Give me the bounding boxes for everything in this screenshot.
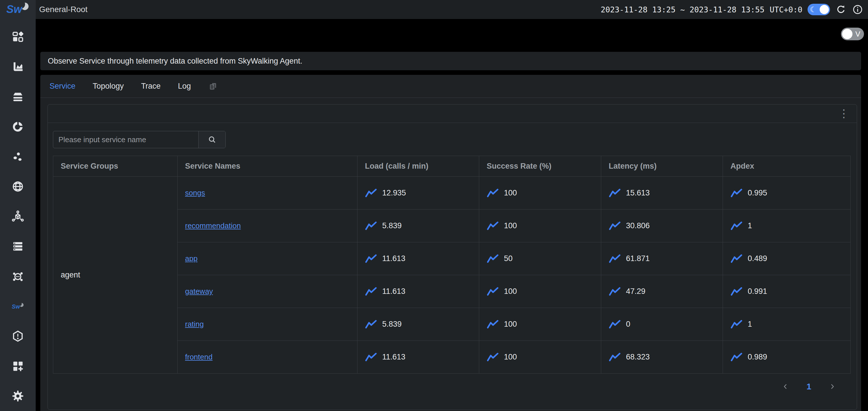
metric-value: 11.613 — [382, 353, 405, 361]
server-list-icon — [11, 240, 24, 253]
timezone-label: UTC+0:0 — [770, 5, 802, 14]
column-header: Apdex — [723, 156, 851, 177]
donut-chart-icon — [11, 120, 24, 133]
metric-value: 15.613 — [626, 189, 650, 197]
sparkline-icon — [365, 287, 377, 296]
sidebar-nav: Sw — [0, 17, 36, 411]
tab-topology[interactable]: Topology — [93, 82, 124, 91]
sidebar-item-topology[interactable] — [0, 261, 36, 291]
service-name-cell: recommendation — [178, 210, 358, 242]
sparkline-icon — [487, 353, 499, 362]
skywalking-icon: Sw — [11, 300, 24, 313]
layers-icon — [11, 90, 24, 103]
svg-text:Sw: Sw — [6, 3, 23, 15]
table-body: agentsongs12.93510015.6130.995recommenda… — [53, 177, 851, 374]
pagination: 1 — [53, 374, 850, 391]
info-icon — [852, 4, 863, 15]
sidebar-item-browser[interactable] — [0, 171, 36, 201]
service-link[interactable]: frontend — [185, 353, 212, 361]
sparkline-icon — [487, 254, 499, 263]
column-header: Load (calls / min) — [358, 156, 479, 177]
tab-service[interactable]: Service — [50, 82, 75, 91]
search-icon — [208, 135, 216, 144]
sparkline-icon — [609, 353, 621, 362]
tab-trace[interactable]: Trace — [141, 82, 161, 91]
prev-page-button[interactable] — [781, 382, 790, 391]
metric-value: 68.323 — [626, 353, 650, 361]
sidebar-item-virtual-database[interactable] — [0, 231, 36, 261]
metric-value: 61.871 — [626, 254, 650, 263]
sidebar-item-layers[interactable] — [0, 82, 36, 112]
toggle-knob — [842, 29, 852, 39]
copy-docs-button[interactable] — [208, 82, 218, 91]
service-link[interactable]: rating — [185, 320, 204, 328]
metric-value: 0.995 — [748, 189, 767, 197]
sidebar-item-donut[interactable] — [0, 112, 36, 141]
skywalking-logo[interactable]: Sw — [0, 0, 36, 17]
service-name-cell: app — [178, 242, 358, 275]
sidebar-item-sampling[interactable] — [0, 141, 36, 171]
refresh-button[interactable] — [835, 4, 847, 15]
tab-log[interactable]: Log — [178, 82, 191, 91]
column-header: Service Names — [178, 156, 358, 177]
service-link[interactable]: recommendation — [185, 221, 241, 230]
page-title: General-Root — [39, 5, 88, 14]
tab-bar: Service Topology Trace Log — [40, 75, 861, 98]
sidebar-item-new-dashboard[interactable] — [0, 351, 36, 381]
header-controls: 2023-11-28 13:25 ~ 2023-11-28 13:55 UTC+… — [601, 4, 863, 15]
service-name-cell: frontend — [178, 341, 358, 374]
success-cell: 100 — [479, 275, 601, 308]
sidebar-item-skywalking[interactable]: Sw — [0, 291, 36, 321]
toggle-knob — [820, 5, 829, 14]
success-cell: 100 — [479, 341, 601, 374]
time-range[interactable]: 2023-11-28 13:25 ~ 2023-11-28 13:55 — [601, 5, 765, 14]
apdex-cell: 0.991 — [723, 275, 851, 308]
service-search-input[interactable] — [53, 131, 198, 148]
apdex-cell: 0.995 — [723, 177, 851, 210]
sidebar-item-dashboard[interactable] — [0, 22, 36, 52]
search-button[interactable] — [198, 131, 225, 148]
next-page-button[interactable] — [828, 382, 837, 391]
latency-cell: 68.323 — [601, 341, 723, 374]
apdex-cell: 0.989 — [723, 341, 851, 374]
metric-value: 1 — [748, 221, 752, 230]
current-page[interactable]: 1 — [806, 382, 811, 391]
view-mode-toggle[interactable]: V — [841, 28, 864, 40]
load-cell: 11.613 — [358, 341, 479, 374]
alert-hexagon-icon — [11, 330, 24, 343]
service-link[interactable]: gateway — [185, 287, 213, 295]
sparkline-icon — [609, 254, 621, 263]
column-header: Service Groups — [53, 156, 178, 177]
sidebar-item-alarm[interactable] — [0, 321, 36, 351]
metric-value: 11.613 — [382, 287, 405, 296]
sparkline-icon — [487, 320, 499, 329]
success-cell: 100 — [479, 177, 601, 210]
widget-body: Service GroupsService NamesLoad (calls /… — [48, 123, 857, 391]
sidebar-item-settings[interactable] — [0, 381, 36, 411]
theme-toggle[interactable]: ☾ — [808, 4, 830, 15]
sparkline-icon — [365, 320, 377, 329]
sidebar-item-service-mesh[interactable] — [0, 201, 36, 231]
load-cell: 11.613 — [358, 242, 479, 275]
service-link[interactable]: app — [185, 254, 197, 263]
sparkline-icon — [487, 189, 499, 198]
table-row: agentsongs12.93510015.6130.995 — [53, 177, 851, 210]
apdex-cell: 1 — [723, 210, 851, 242]
sparkline-icon — [731, 221, 743, 230]
table-header-row: Service GroupsService NamesLoad (calls /… — [53, 156, 851, 177]
service-link[interactable]: songs — [185, 189, 205, 197]
metric-value: 100 — [504, 353, 517, 361]
grid-plus-icon — [11, 360, 24, 373]
refresh-icon — [836, 4, 846, 15]
widget-menu-button[interactable]: ⋮ — [838, 110, 849, 117]
sparkline-icon — [487, 221, 499, 230]
info-button[interactable] — [852, 4, 863, 15]
metric-value: 11.613 — [382, 254, 405, 263]
search-row — [53, 131, 850, 148]
metric-value: 12.935 — [382, 189, 406, 197]
metric-value: 0.989 — [748, 353, 767, 361]
load-cell: 12.935 — [358, 177, 479, 210]
sidebar-item-metrics[interactable] — [0, 52, 36, 82]
metric-value: 100 — [504, 320, 517, 329]
documents-icon — [208, 82, 218, 91]
